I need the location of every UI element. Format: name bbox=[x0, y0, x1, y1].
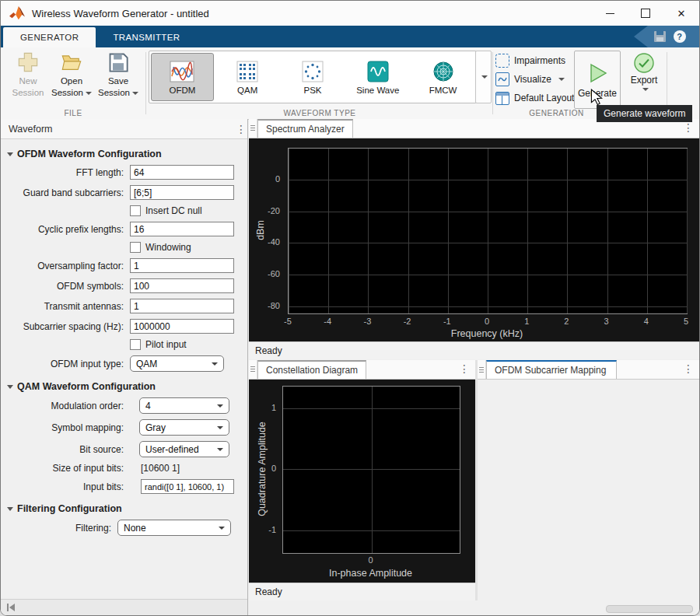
constellation-grip-icon[interactable] bbox=[249, 360, 257, 379]
save-floppy-icon bbox=[107, 51, 129, 73]
spectrum-axes bbox=[288, 148, 688, 314]
input-bits-row: Input bits: bbox=[1, 479, 247, 494]
constellation-plot: 10-1 0 Quadrature Amplitude In-phase Amp… bbox=[249, 380, 475, 583]
new-session-button[interactable]: New Session bbox=[5, 51, 51, 99]
guard-band-row: Guard band subcarriers: bbox=[1, 185, 247, 200]
filtering-section-header[interactable]: Filtering Configuration bbox=[7, 503, 247, 514]
visualize-caret-icon bbox=[558, 78, 565, 81]
constellation-x-axis-label: In-phase Amplitude bbox=[282, 568, 459, 579]
transmit-antennas-input[interactable] bbox=[130, 299, 234, 313]
psk-label: PSK bbox=[303, 86, 321, 95]
mapping-grip-icon[interactable] bbox=[478, 360, 486, 379]
help-icon[interactable]: ? bbox=[674, 30, 686, 43]
fmcw-label: FMCW bbox=[429, 86, 457, 95]
constellation-tabstrip: Constellation Diagram ⋮ bbox=[249, 360, 475, 380]
sine-wave-label: Sine Wave bbox=[356, 86, 399, 95]
waveform-psk-button[interactable]: PSK bbox=[282, 53, 345, 101]
cyclic-prefix-row: Cyclic prefix lengths: bbox=[1, 222, 247, 236]
filtering-row: Filtering: None bbox=[1, 520, 247, 536]
oversampling-label: Oversampling factor: bbox=[1, 261, 130, 271]
ofdm-input-type-select[interactable]: QAM bbox=[130, 355, 224, 372]
waveform-fmcw-button[interactable]: FMCW bbox=[411, 53, 474, 101]
cyclic-prefix-input[interactable] bbox=[130, 222, 234, 236]
maximize-button[interactable] bbox=[628, 1, 663, 26]
modulation-order-label: Modulation order: bbox=[1, 401, 130, 411]
toolstrip: New Session Open Session Save Session FI… bbox=[1, 47, 699, 120]
fft-length-label: FFT length: bbox=[1, 167, 130, 178]
constellation-x-ticks: 0 bbox=[282, 555, 459, 565]
quick-save-icon[interactable] bbox=[654, 31, 666, 42]
spectrum-menu-icon[interactable]: ⋮ bbox=[682, 122, 695, 133]
cyclic-prefix-label: Cyclic prefix lengths: bbox=[1, 224, 130, 235]
mapping-empty-content bbox=[478, 380, 699, 600]
modulation-order-value: 4 bbox=[145, 401, 151, 411]
gallery-dropdown-button[interactable] bbox=[475, 51, 492, 103]
subcarrier-spacing-input[interactable] bbox=[130, 319, 234, 334]
oversampling-input[interactable] bbox=[130, 258, 234, 273]
filtering-label: Filtering: bbox=[1, 523, 117, 534]
collapse-panel-button[interactable] bbox=[7, 604, 15, 611]
bit-source-select[interactable]: User-defined bbox=[139, 441, 229, 457]
guard-band-input[interactable] bbox=[130, 185, 234, 200]
ofdm-section-title: OFDM Waveform Configuration bbox=[17, 149, 162, 159]
transmit-antennas-row: Transmit antennas: bbox=[1, 299, 247, 313]
visualize-button[interactable]: Visualize bbox=[495, 72, 565, 87]
impairments-label: Impairments bbox=[514, 55, 565, 66]
constellation-menu-icon[interactable]: ⋮ bbox=[458, 363, 471, 374]
save-session-button[interactable]: Save Session bbox=[96, 51, 141, 99]
spectrum-statusbar: Ready bbox=[249, 341, 699, 359]
export-button[interactable]: Export bbox=[624, 51, 664, 91]
export-check-icon bbox=[632, 51, 656, 75]
close-button[interactable]: ✕ bbox=[663, 1, 699, 26]
ofdm-label: OFDM bbox=[169, 86, 195, 95]
quick-access-toolbar: ? bbox=[634, 26, 699, 47]
tab-transmitter[interactable]: TRANSMITTER bbox=[96, 27, 197, 47]
insert-dc-null-row: Insert DC null bbox=[130, 205, 247, 216]
mapping-menu-icon[interactable]: ⋮ bbox=[682, 363, 695, 374]
bit-source-row: Bit source: User-defined bbox=[1, 441, 247, 457]
transmit-antennas-label: Transmit antennas: bbox=[1, 301, 130, 312]
spectrum-plot: 0-20-40-60-80 -5-4-3-2-1012345 dBm Frequ… bbox=[249, 138, 699, 341]
size-input-bits-label: Size of input bits: bbox=[1, 463, 130, 474]
fft-length-input[interactable] bbox=[130, 165, 234, 180]
spectrum-grip-icon[interactable] bbox=[249, 119, 257, 138]
ofdm-symbols-input[interactable] bbox=[130, 278, 234, 293]
spectrum-horizontal-gridlines bbox=[289, 180, 687, 306]
horizontal-scrollbar[interactable] bbox=[606, 605, 693, 613]
symbol-mapping-select[interactable]: Gray bbox=[139, 419, 229, 436]
waveform-panel-menu-icon[interactable]: ⋮ bbox=[235, 124, 247, 135]
tab-constellation-diagram[interactable]: Constellation Diagram bbox=[257, 360, 366, 379]
tab-ofdm-subcarrier-mapping[interactable]: OFDM Subcarrier Mapping bbox=[486, 360, 617, 379]
waveform-ofdm-button[interactable]: OFDM bbox=[151, 53, 214, 101]
open-session-button[interactable]: Open Session bbox=[49, 51, 94, 99]
mouse-cursor-icon bbox=[590, 89, 604, 106]
open-session-caret-icon bbox=[86, 92, 92, 95]
waveform-qam-button[interactable]: QAM bbox=[216, 53, 279, 101]
filtering-select[interactable]: None bbox=[117, 520, 231, 536]
export-caret-icon bbox=[642, 88, 649, 91]
ofdm-input-type-caret-icon bbox=[212, 362, 218, 366]
default-layout-button[interactable]: Default Layout bbox=[495, 90, 574, 106]
minimize-button[interactable] bbox=[592, 1, 628, 26]
insert-dc-null-checkbox[interactable] bbox=[130, 205, 141, 216]
window-title: Wireless Waveform Generator - untitled bbox=[32, 8, 209, 19]
tab-spectrum-analyzer[interactable]: Spectrum Analyzer bbox=[257, 119, 353, 138]
impairments-button[interactable]: Impairments bbox=[495, 53, 565, 68]
qam-label: QAM bbox=[237, 86, 257, 95]
tab-generator[interactable]: GENERATOR bbox=[3, 27, 96, 47]
pilot-input-checkbox[interactable] bbox=[130, 339, 141, 350]
qam-section-caret-icon bbox=[7, 385, 13, 389]
qam-section-header[interactable]: QAM Waveform Configuration bbox=[7, 381, 247, 392]
waveform-sine-button[interactable]: Sine Wave bbox=[346, 53, 409, 101]
filtering-caret-icon bbox=[219, 527, 225, 530]
app-window: Wireless Waveform Generator - untitled ✕… bbox=[0, 0, 700, 616]
windowing-checkbox[interactable] bbox=[130, 242, 141, 253]
modulation-order-select[interactable]: 4 bbox=[139, 397, 229, 414]
modulation-order-caret-icon bbox=[217, 404, 223, 408]
pilot-input-label: Pilot input bbox=[145, 339, 187, 350]
input-bits-input[interactable] bbox=[141, 479, 234, 494]
spectrum-status-text: Ready bbox=[255, 345, 282, 356]
save-session-label: Save Session bbox=[96, 75, 141, 99]
ofdm-section-header[interactable]: OFDM Waveform Configuration bbox=[7, 149, 247, 159]
visualize-icon bbox=[495, 72, 509, 86]
